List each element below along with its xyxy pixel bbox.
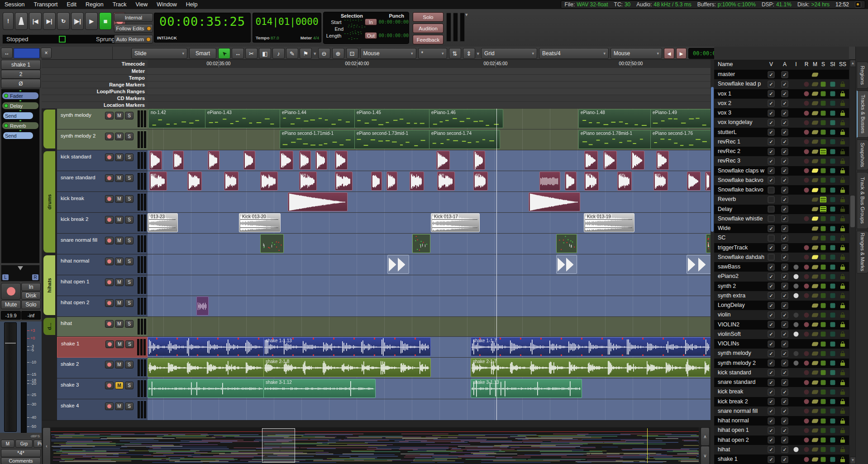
track-record-button[interactable] xyxy=(105,299,114,307)
region[interactable]: ePiano second-1.71mid-1 xyxy=(280,130,355,149)
visible-cell[interactable]: ✓ xyxy=(768,292,775,299)
mute-cell[interactable] xyxy=(812,188,818,192)
ruler-lane-tempo[interactable] xyxy=(148,75,711,81)
mute-cell[interactable] xyxy=(812,332,818,336)
content-tool[interactable]: ⚑ xyxy=(300,48,312,59)
column-header-m[interactable]: M xyxy=(813,61,817,67)
track-list-row-sc-17[interactable]: SC✓ xyxy=(714,233,849,243)
mute-cell[interactable] xyxy=(812,197,818,201)
region[interactable]: sn xyxy=(584,172,599,191)
draw-tool[interactable]: ✎ xyxy=(286,48,298,59)
solo-isolate-cell[interactable] xyxy=(830,389,835,394)
region[interactable]: shake 3-1.13 xyxy=(471,379,582,398)
track-header-hihat-normal[interactable]: hihat normalMS xyxy=(57,254,148,275)
visible-cell[interactable]: ✓ xyxy=(768,244,775,251)
active-cell[interactable]: ✓ xyxy=(782,417,788,424)
track-lane-snare-normal-fill[interactable] xyxy=(148,234,711,254)
track-solo-button[interactable]: S xyxy=(125,340,134,348)
solo-cell[interactable] xyxy=(821,428,826,433)
record-cell[interactable] xyxy=(804,216,809,221)
solo-cell[interactable] xyxy=(821,312,826,317)
solo-safe-cell[interactable] xyxy=(840,303,845,308)
processor-send-4[interactable]: Send xyxy=(3,132,33,139)
track-header-synth-melody-2[interactable]: synth melody 2MS xyxy=(57,129,148,150)
record-cell[interactable] xyxy=(804,187,809,192)
solo-isolate-cell[interactable] xyxy=(830,361,835,366)
scrollbar-thumb[interactable] xyxy=(711,87,714,232)
active-cell[interactable]: ✓ xyxy=(782,388,788,395)
visible-cell[interactable]: ✓ xyxy=(768,388,775,395)
panel-scroll-thumb[interactable] xyxy=(850,196,855,227)
solo-cell[interactable] xyxy=(821,332,826,337)
group-tab-drums[interactable]: drums xyxy=(43,151,55,253)
region[interactable] xyxy=(565,172,577,191)
input-cell[interactable] xyxy=(794,284,799,289)
solo-cell[interactable] xyxy=(820,196,826,202)
track-list-row-snowflake-dahdah-19[interactable]: Snowflake dahdah✓ xyxy=(714,253,849,262)
track-list-row-sawbass-20[interactable]: sawBass✓✓ xyxy=(714,262,849,272)
play-button[interactable]: ▶ xyxy=(85,12,98,30)
track-header-hihat-open-2[interactable]: hihat open 2MS xyxy=(57,296,148,317)
region[interactable] xyxy=(148,337,264,356)
visible-cell[interactable]: ✓ xyxy=(768,427,775,434)
solo-safe-cell[interactable] xyxy=(840,331,845,337)
menu-edit[interactable]: Edit xyxy=(62,1,81,8)
strip-phase-button[interactable]: Ø xyxy=(1,79,41,88)
active-cell[interactable]: ✓ xyxy=(782,321,788,328)
record-cell[interactable] xyxy=(804,245,809,250)
track-list-row-violins-28[interactable]: VIOLINs✓✓ xyxy=(714,339,849,349)
solo-safe-cell[interactable] xyxy=(840,341,845,347)
active-cell[interactable]: ✓ xyxy=(782,187,788,193)
solo-safe-cell[interactable] xyxy=(840,457,845,462)
solo-safe-cell[interactable] xyxy=(840,245,845,250)
active-cell[interactable]: ✓ xyxy=(782,177,788,184)
region[interactable] xyxy=(149,151,162,170)
visible-cell[interactable] xyxy=(768,187,775,193)
region[interactable]: 013-23 xyxy=(148,213,178,232)
mute-cell[interactable] xyxy=(812,294,818,298)
solo-isolate-cell[interactable] xyxy=(830,139,835,144)
track-list-row-revrec-3-9[interactable]: revRec 3✓✓ xyxy=(714,156,849,166)
solo-safe-cell[interactable] xyxy=(840,408,845,414)
track-mute-button[interactable]: M xyxy=(115,195,124,203)
column-header-si[interactable]: SI xyxy=(830,61,835,67)
region[interactable] xyxy=(529,192,580,211)
record-cell[interactable] xyxy=(804,409,809,414)
processor-reverb-3[interactable]: Reverb xyxy=(2,122,38,129)
visible-cell[interactable] xyxy=(768,196,775,203)
tools-expand-icon[interactable]: ▾ xyxy=(314,51,316,57)
column-header-r[interactable]: R xyxy=(805,61,809,67)
mute-cell[interactable] xyxy=(812,351,818,355)
track-list-row-vox-3-4[interactable]: vox 3✓✓ xyxy=(714,108,849,118)
mute-cell[interactable] xyxy=(812,419,818,423)
solo-isolate-cell[interactable] xyxy=(830,284,835,289)
solo-isolate-cell[interactable] xyxy=(830,351,835,356)
insert-point-icon[interactable] xyxy=(19,120,21,121)
solo-isolate-cell[interactable] xyxy=(830,274,835,279)
column-header-v[interactable]: V xyxy=(769,61,773,67)
track-list-row-kick-break-33[interactable]: kick break✓✓ xyxy=(714,387,849,397)
region[interactable] xyxy=(387,255,409,274)
track-list-row-kick-break-2-34[interactable]: kick break 2✓✓ xyxy=(714,397,849,407)
visible-cell[interactable]: ✓ xyxy=(768,81,775,87)
region[interactable] xyxy=(148,358,264,377)
region[interactable]: ePiano second-1.78mid-1 xyxy=(578,130,651,149)
solo-safe-cell[interactable] xyxy=(840,235,845,241)
solo-cell[interactable] xyxy=(821,438,826,443)
track-mute-button[interactable]: M xyxy=(115,237,124,244)
visible-cell[interactable]: ✓ xyxy=(768,379,775,386)
active-cell[interactable]: ✓ xyxy=(782,148,788,155)
region[interactable]: ePiano second-1.74 xyxy=(429,130,500,149)
meter-point-m[interactable]: M xyxy=(1,440,14,448)
track-header-hihat[interactable]: hihatMS xyxy=(57,317,148,337)
track-header-snare-standard[interactable]: snare standardMS xyxy=(57,171,148,192)
solo-safe-cell[interactable] xyxy=(840,206,845,212)
processor-send-2[interactable]: Send xyxy=(3,112,33,119)
region[interactable] xyxy=(584,151,598,170)
track-lane-kick-break[interactable] xyxy=(148,192,711,213)
solo-cell[interactable] xyxy=(821,235,826,240)
active-cell[interactable]: ✓ xyxy=(782,408,788,415)
mute-cell[interactable] xyxy=(812,246,818,250)
track-lane-synth-melody[interactable]: no-1.42ePiano-1.43ePiano-1.44ePiano-1.45… xyxy=(148,109,711,129)
active-cell[interactable]: ✓ xyxy=(782,350,788,357)
